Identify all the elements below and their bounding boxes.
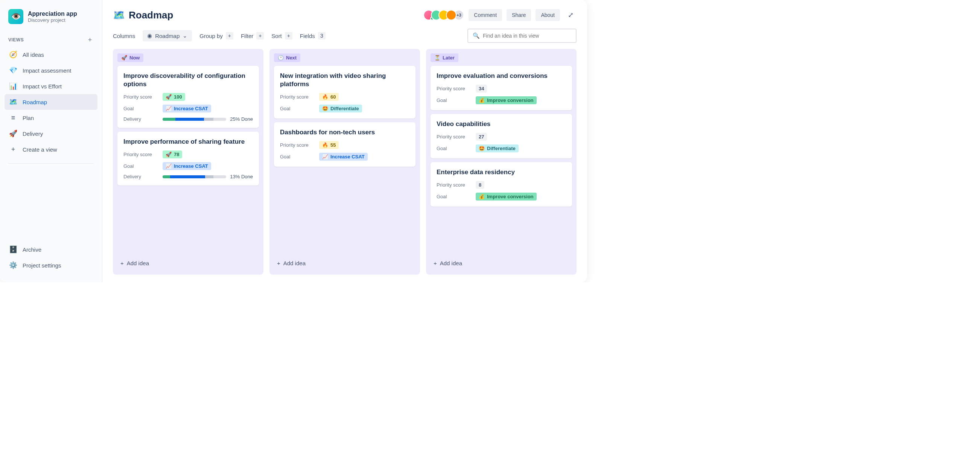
search-input[interactable] — [483, 33, 571, 39]
goal-value: Increase CSAT — [174, 163, 208, 169]
nav-icon: + — [9, 145, 18, 154]
card-title: Improve discoverability of configuration… — [123, 72, 253, 89]
sidebar-item-delivery[interactable]: 🚀Delivery — [5, 126, 97, 141]
plus-icon: + — [121, 260, 124, 266]
sidebar-item-all-ideas[interactable]: 🧭All ideas — [5, 47, 97, 62]
plus-icon: + — [285, 32, 293, 40]
about-button[interactable]: About — [536, 9, 560, 21]
comment-button[interactable]: Comment — [469, 9, 502, 21]
roadmap-pill-label: Roadmap — [155, 33, 180, 39]
nav-icon: 🗺️ — [9, 98, 18, 106]
idea-card[interactable]: Video capabilities Priority score 27 Goa… — [431, 114, 572, 159]
topbar-right: +3 Comment Share About ⤢ — [423, 9, 577, 21]
expand-icon[interactable]: ⤢ — [565, 9, 577, 21]
goal-icon: 💰 — [479, 194, 485, 199]
fields-button[interactable]: Fields 3 — [300, 32, 326, 40]
add-idea-label: Add idea — [283, 260, 305, 266]
group-by-button[interactable]: Group by + — [199, 32, 233, 40]
priority-badge: 🚀100 — [162, 93, 185, 101]
plus-icon: + — [277, 260, 280, 266]
card-title: Dashboards for non-tech users — [280, 128, 409, 136]
plus-icon: + — [256, 32, 264, 40]
progress-wrap: 25% Done — [162, 116, 253, 122]
priority-badge: 27 — [476, 133, 487, 141]
goal-icon: 📈 — [165, 163, 172, 169]
nav-label: Roadmap — [22, 99, 47, 105]
priority-badge: 🔥55 — [319, 141, 339, 149]
progress-bar — [162, 118, 226, 121]
goal-value: Differentiate — [331, 106, 359, 111]
idea-card[interactable]: Improve evaluation and conversions Prior… — [431, 66, 572, 110]
search-box[interactable]: 🔍 — [468, 29, 577, 43]
sidebar-item-plan[interactable]: ≡Plan — [5, 110, 97, 126]
sidebar-item-impact-vs-effort[interactable]: 📊Impact vs Effort — [5, 78, 97, 94]
goal-label: Goal — [437, 146, 471, 151]
column-header: ⏳Later — [431, 54, 458, 62]
app-name: Appreciation app — [28, 11, 77, 17]
sidebar-archive[interactable]: 🗄️ Archive — [5, 241, 97, 257]
idea-card[interactable]: Dashboards for non-tech users Priority s… — [274, 122, 415, 167]
nav-label: Impact assessment — [22, 67, 71, 74]
goal-row: Goal 📈Increase CSAT — [280, 153, 409, 161]
goal-badge: 🤩Differentiate — [476, 144, 519, 152]
app-logo-icon: 👁️ — [8, 9, 23, 24]
goal-value: Improve conversion — [487, 97, 534, 103]
idea-card[interactable]: Improve discoverability of configuration… — [118, 66, 259, 128]
priority-badge: 🔥60 — [319, 93, 339, 101]
add-idea-button[interactable]: +Add idea — [118, 256, 259, 270]
sidebar-item-impact-assessment[interactable]: 💎Impact assessment — [5, 62, 97, 78]
idea-card[interactable]: Enterprise data residency Priority score… — [431, 162, 572, 206]
nav-icon: 💎 — [9, 66, 18, 75]
idea-card[interactable]: New integration with video sharing platf… — [274, 66, 415, 119]
nav-label: Plan — [22, 115, 34, 121]
goal-label: Goal — [437, 194, 471, 199]
toolbar: Columns ◉ Roadmap ⌄ Group by + Filter + … — [102, 25, 587, 49]
add-view-button[interactable]: + — [86, 36, 94, 44]
priority-icon: 🔥 — [322, 94, 328, 100]
columns-button[interactable]: Columns — [113, 33, 135, 39]
column-label: Next — [286, 55, 297, 60]
app-subtitle: Discovery project — [28, 17, 77, 23]
add-idea-button[interactable]: +Add idea — [431, 256, 572, 270]
sort-button[interactable]: Sort + — [271, 32, 293, 40]
goal-badge: 📈Increase CSAT — [319, 153, 368, 161]
share-button[interactable]: Share — [507, 9, 531, 21]
column-label: Now — [129, 55, 140, 60]
sidebar-item-roadmap[interactable]: 🗺️Roadmap — [5, 94, 97, 110]
priority-value: 34 — [479, 86, 484, 91]
priority-row: Priority score 🚀100 — [123, 93, 253, 101]
views-header: VIEWS + — [5, 32, 97, 47]
nav-icon: ≡ — [9, 114, 18, 122]
goal-row: Goal 💰Improve conversion — [437, 193, 566, 200]
priority-row: Priority score 🔥60 — [280, 93, 409, 101]
idea-card[interactable]: Improve performance of sharing feature P… — [118, 132, 259, 186]
goal-row: Goal 💰Improve conversion — [437, 96, 566, 104]
priority-row: Priority score 🚀78 — [123, 151, 253, 159]
plus-icon: + — [434, 260, 437, 266]
priority-label: Priority score — [123, 94, 158, 100]
page-title-icon: 🗺️ — [113, 10, 125, 21]
add-idea-button[interactable]: +Add idea — [274, 256, 415, 270]
roadmap-column-selector[interactable]: ◉ Roadmap ⌄ — [143, 30, 192, 41]
progress-wrap: 13% Done — [162, 174, 253, 179]
goal-badge: 💰Improve conversion — [476, 96, 537, 104]
nav-label: Delivery — [22, 130, 43, 137]
goal-icon: 💰 — [479, 97, 485, 103]
avatar-stack[interactable]: +3 — [423, 10, 464, 20]
filter-button[interactable]: Filter + — [241, 32, 264, 40]
card-title: Video capabilities — [437, 120, 566, 128]
priority-row: Priority score 8 — [437, 181, 566, 189]
priority-value: 60 — [331, 94, 336, 100]
delivery-label: Delivery — [123, 116, 158, 122]
progress-segment — [162, 175, 170, 178]
goal-badge: 🤩Differentiate — [319, 105, 362, 113]
sidebar-settings[interactable]: ⚙️ Project settings — [5, 257, 97, 273]
goal-value: Improve conversion — [487, 194, 534, 199]
filter-label: Filter — [241, 33, 253, 39]
sidebar-item-create-a-view[interactable]: +Create a view — [5, 141, 97, 157]
main: 🗺️ Roadmap +3 Comment Share About ⤢ Colu — [102, 0, 587, 282]
nav-label: Create a view — [22, 146, 57, 153]
goal-row: Goal 📈Increase CSAT — [123, 105, 253, 113]
priority-value: 27 — [479, 134, 484, 140]
column-icon: ⏳ — [434, 55, 440, 60]
